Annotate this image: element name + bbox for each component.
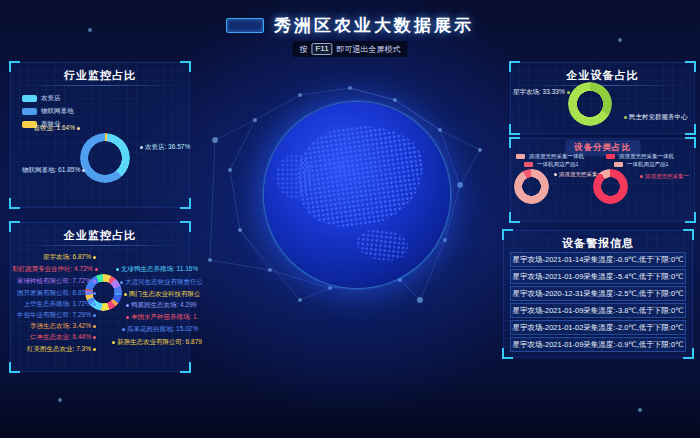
panel-corner	[9, 198, 20, 209]
leader-dot	[93, 303, 96, 306]
leader-dot	[95, 268, 98, 271]
leader-dot	[140, 146, 143, 149]
legend-swatch	[22, 95, 37, 102]
device-legend-item[interactable]: 一体机周边产品1	[614, 161, 669, 168]
alarm-list-item: 星宇农场-2021-01-09采集温度:-0.9℃,低于下限:0℃	[510, 337, 686, 352]
panel-equipment: 企业设备占比 星宇农场: 33.33% 民主村党群服务中心	[510, 62, 695, 134]
tip-prefix: 按	[299, 44, 307, 55]
f11-keycap: F11	[311, 43, 332, 55]
leader-dot	[116, 268, 119, 271]
panel-corner	[685, 137, 696, 148]
leader-dot	[126, 316, 129, 319]
panel-corner	[685, 124, 696, 135]
panel-enterprise: 企业监控占比 星宇农场: 6.87% 彩虹蔬菜专业合作社: 4.72% 家绿种植…	[10, 222, 190, 372]
chart-label: 国开发展有限公司: 6.87%	[12, 289, 98, 297]
chart-label: 仁丰生态农业: 6.44%	[12, 333, 98, 341]
panel-corner	[509, 212, 520, 223]
alarm-list-item: 星宇农场-2021-01-09采集温度:-3.8℃,低于下限:0℃	[510, 303, 686, 318]
device-legend-item[interactable]: 温湿度光照采集一体机	[516, 153, 584, 160]
leader-dot	[624, 116, 627, 119]
leader-dot	[126, 304, 129, 307]
leader-dot	[124, 293, 127, 296]
panel-industry: 行业监控占比 农资店 物联网基地 畜牧业 畜牧业: 1.64% 农资店: 36.…	[10, 62, 190, 208]
chart-label: 农资店: 36.57%	[138, 143, 190, 151]
leader-dot	[120, 281, 123, 284]
legend-swatch	[614, 162, 623, 167]
legend-swatch	[516, 154, 525, 159]
alarm-list-item: 星宇农场-2021-01-09采集温度:-5.4℃,低于下限:0℃	[510, 269, 686, 284]
leader-dot	[93, 348, 96, 351]
chart-label: 新塍生态农业有限公司: 6.879	[110, 338, 202, 346]
panel-corner	[180, 198, 191, 209]
leader-dot	[93, 314, 96, 317]
industry-panel-title: 行业监控占比	[10, 68, 190, 83]
legend-label: 温湿度光照采集一体机	[529, 153, 584, 160]
legend-label: 农资店	[41, 94, 61, 103]
leader-dot	[567, 91, 570, 94]
chart-label: 中创牛业有限公司: 7.29%	[12, 311, 98, 319]
header-logo	[226, 18, 264, 33]
chart-label: 家绿种植有限公司: 7.72%	[12, 277, 98, 285]
chart-label: 丰国水产种苗养殖场: 1.	[124, 313, 199, 321]
legend-swatch	[524, 162, 533, 167]
legend-swatch	[606, 154, 615, 159]
dashboard-root: 秀洲区农业大数据展示 按 F11 即可退出全屏模式 行业监控占比 农资店 物联网…	[0, 0, 700, 438]
leader-dot	[93, 325, 96, 328]
leader-dot	[93, 292, 96, 295]
page-title: 秀洲区农业大数据展示	[274, 14, 474, 37]
chart-label: 星宇农场: 33.33%	[513, 88, 572, 96]
chart-label: 温湿度光照采集一	[640, 173, 689, 180]
alarm-list-item: 星宇农场-2021-01-02采集温度:-2.0℃,低于下限:0℃	[510, 320, 686, 335]
leader-dot	[93, 256, 96, 259]
legend-swatch	[22, 108, 37, 115]
chart-label: 陶门生态农业科技有限公	[122, 290, 201, 298]
globe-continent-sea	[355, 227, 410, 262]
leader-dot	[122, 328, 125, 331]
leader-dot	[112, 341, 115, 344]
device-legend-item[interactable]: 一体机周边产品1	[524, 161, 579, 168]
equipment-donut-chart[interactable]	[568, 82, 612, 126]
leader-dot	[640, 175, 643, 178]
legend-label: 温湿度光照采集一体机	[619, 153, 674, 160]
chart-label: 民主村党群服务中心	[622, 113, 688, 121]
chart-label: 瓜果花园自留地: 15.02%	[120, 325, 198, 333]
legend-label: 一体机周边产品1	[627, 161, 669, 168]
chart-label: 上华生态养殖场: 1.72%	[12, 300, 98, 308]
globe	[264, 102, 450, 288]
alarms-panel-title: 设备警报信息	[503, 236, 693, 251]
chart-label: 星宇农场: 6.87%	[12, 253, 98, 261]
device-legend-item[interactable]: 温湿度光照采集一体机	[606, 153, 674, 160]
industry-legend-item[interactable]: 物联网基地	[22, 107, 74, 116]
device-left-donut-chart[interactable]	[514, 169, 549, 204]
panel-device-classification: 设备分类占比 温湿度光照采集一体机 一体机周边产品1 温湿度光照采集一体机 一体…	[510, 138, 695, 222]
chart-label: 鸭酱园生态农场: 4.299	[124, 301, 196, 309]
legend-label: 一体机周边产品1	[537, 161, 579, 168]
header: 秀洲区农业大数据展示	[0, 14, 700, 37]
leader-dot	[554, 173, 557, 176]
industry-legend-item[interactable]: 农资店	[22, 94, 61, 103]
panel-corner	[180, 362, 191, 373]
chart-label: 李强生态农场: 3.42%	[12, 322, 98, 330]
chart-label: 北珍鸭生态养殖场: 11.16%	[114, 265, 198, 273]
panel-corner	[685, 212, 696, 223]
divider	[21, 85, 179, 86]
chart-label: 温湿度光照采集一	[554, 171, 603, 178]
chart-label: 物联网基地: 61.85%	[22, 166, 87, 174]
legend-label: 物联网基地	[41, 107, 74, 116]
fullscreen-tip: 按 F11 即可退出全屏模式	[292, 41, 407, 57]
leader-dot	[93, 280, 96, 283]
globe-continent-asia	[292, 118, 431, 235]
industry-donut-chart[interactable]	[80, 133, 130, 183]
leader-dot	[82, 169, 85, 172]
equipment-panel-title: 企业设备占比	[510, 68, 695, 83]
panel-corner	[509, 124, 520, 135]
panel-corner	[9, 362, 20, 373]
chart-label: 大运河生态牧业有限责任公	[118, 278, 203, 286]
panel-alarms: 设备警报信息 星宇农场-2021-01-14采集温度:-0.9℃,低于下限:0℃…	[503, 230, 693, 358]
tip-suffix: 即可退出全屏模式	[337, 44, 401, 55]
divider	[21, 245, 179, 246]
chart-label: 彩虹蔬菜专业合作社: 4.72%	[12, 265, 98, 273]
chart-label: 畜牧业: 1.64%	[16, 124, 82, 132]
leader-dot	[77, 127, 80, 130]
enterprise-panel-title: 企业监控占比	[10, 228, 190, 243]
